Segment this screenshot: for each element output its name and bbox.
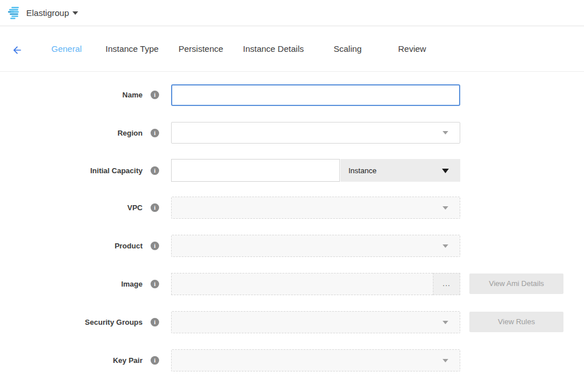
vpc-info-icon[interactable]: i bbox=[151, 203, 159, 212]
app-title-caret-icon[interactable] bbox=[72, 11, 78, 15]
name-input[interactable] bbox=[171, 84, 460, 106]
product-info-icon[interactable]: i bbox=[151, 242, 159, 250]
key-pair-label: Key Pair bbox=[0, 356, 143, 365]
tab-review[interactable]: Review bbox=[398, 44, 426, 54]
top-bar: Elastigroup bbox=[0, 0, 584, 26]
chevron-down-icon bbox=[442, 169, 449, 173]
name-label: Name bbox=[0, 91, 143, 99]
tab-persistence[interactable]: Persistence bbox=[179, 44, 223, 54]
image-input bbox=[171, 273, 433, 295]
initial-capacity-input[interactable] bbox=[171, 159, 340, 182]
image-browse-button[interactable]: ... bbox=[433, 273, 460, 295]
form-row-name: Name i bbox=[0, 84, 584, 106]
chevron-down-icon bbox=[443, 321, 448, 324]
view-ami-details-button[interactable]: View Ami Details bbox=[469, 273, 563, 294]
security-groups-info-icon[interactable]: i bbox=[151, 318, 159, 326]
back-arrow-button[interactable] bbox=[11, 44, 23, 56]
region-label: Region bbox=[0, 129, 143, 137]
key-pair-select bbox=[171, 349, 460, 371]
chevron-down-icon bbox=[443, 244, 448, 248]
security-groups-label: Security Groups bbox=[0, 318, 143, 326]
initial-capacity-info-icon[interactable]: i bbox=[151, 166, 159, 175]
view-rules-button[interactable]: View Rules bbox=[469, 312, 563, 332]
elastigroup-logo-icon bbox=[8, 6, 23, 20]
form-row-initial-capacity: Initial Capacity i Instance bbox=[0, 159, 584, 182]
tab-bar: General Instance Type Persistence Instan… bbox=[0, 26, 584, 72]
image-label: Image bbox=[0, 280, 143, 288]
vpc-select bbox=[171, 197, 460, 219]
tab-general[interactable]: General bbox=[51, 44, 82, 54]
tab-instance-type[interactable]: Instance Type bbox=[106, 44, 159, 54]
product-select bbox=[171, 235, 460, 257]
security-groups-select bbox=[171, 311, 460, 333]
initial-capacity-label: Initial Capacity bbox=[0, 166, 143, 175]
vpc-label: VPC bbox=[0, 203, 143, 212]
form-row-image: Image i ... View Ami Details bbox=[0, 273, 584, 295]
chevron-down-icon bbox=[443, 131, 448, 134]
key-pair-info-icon[interactable]: i bbox=[151, 356, 159, 365]
region-info-icon[interactable]: i bbox=[151, 129, 159, 137]
image-info-icon[interactable]: i bbox=[151, 280, 159, 288]
form-row-security-groups: Security Groups i View Rules bbox=[0, 311, 584, 333]
capacity-unit-value: Instance bbox=[348, 166, 376, 175]
chevron-down-icon bbox=[443, 359, 448, 362]
name-info-icon[interactable]: i bbox=[151, 91, 159, 99]
form-row-key-pair: Key Pair i bbox=[0, 349, 584, 371]
app-title[interactable]: Elastigroup bbox=[26, 8, 69, 18]
form-row-vpc: VPC i bbox=[0, 197, 584, 219]
tab-instance-details[interactable]: Instance Details bbox=[243, 44, 304, 54]
product-label: Product bbox=[0, 242, 143, 250]
capacity-unit-select[interactable]: Instance bbox=[340, 159, 460, 182]
chevron-down-icon bbox=[443, 206, 448, 210]
form-row-region: Region i bbox=[0, 122, 584, 144]
region-select[interactable] bbox=[171, 122, 460, 144]
form-row-product: Product i bbox=[0, 235, 584, 257]
tab-scaling[interactable]: Scaling bbox=[334, 44, 362, 54]
